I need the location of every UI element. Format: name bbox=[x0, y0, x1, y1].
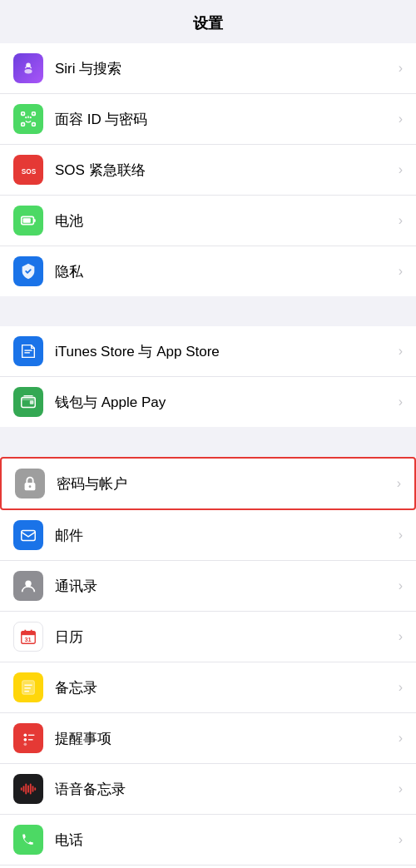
svg-point-20 bbox=[29, 485, 32, 488]
settings-row-phone[interactable]: 电话 › bbox=[0, 815, 416, 866]
chevron-icon: › bbox=[399, 162, 403, 177]
faceid-label: 面容 ID 与密码 bbox=[55, 110, 392, 129]
settings-row-voice[interactable]: 语音备忘录 › bbox=[0, 764, 416, 815]
itunes-label: iTunes Store 与 App Store bbox=[55, 342, 392, 361]
reminders-label: 提醒事项 bbox=[55, 729, 392, 748]
chevron-icon: › bbox=[399, 112, 403, 126]
mail-icon bbox=[13, 520, 43, 550]
svg-rect-4 bbox=[22, 123, 25, 126]
chevron-icon: › bbox=[399, 578, 403, 593]
settings-row-reminders[interactable]: 提醒事项 › bbox=[0, 713, 416, 764]
svg-rect-21 bbox=[22, 531, 36, 541]
svg-point-7 bbox=[30, 117, 32, 118]
voice-icon bbox=[13, 774, 43, 804]
settings-row-faceid[interactable]: 面容 ID 与密码 › bbox=[0, 94, 416, 145]
svg-rect-17 bbox=[30, 400, 34, 404]
svg-rect-39 bbox=[23, 786, 25, 791]
settings-row-contacts[interactable]: 通讯录 › bbox=[0, 561, 416, 612]
svg-rect-43 bbox=[32, 786, 34, 791]
settings-row-itunes[interactable]: iTunes Store 与 App Store › bbox=[0, 326, 416, 377]
phone-label: 电话 bbox=[55, 831, 392, 850]
calendar-label: 日历 bbox=[55, 627, 392, 647]
svg-point-35 bbox=[24, 743, 27, 746]
battery-label: 电池 bbox=[55, 211, 392, 231]
chevron-icon: › bbox=[399, 61, 403, 76]
svg-rect-40 bbox=[25, 784, 27, 795]
settings-row-notes[interactable]: 备忘录 › bbox=[0, 662, 416, 713]
svg-text:31: 31 bbox=[24, 636, 31, 643]
svg-point-33 bbox=[24, 734, 27, 737]
itunes-icon bbox=[13, 336, 43, 366]
chevron-icon: › bbox=[399, 344, 403, 359]
settings-row-mail[interactable]: 邮件 › bbox=[0, 510, 416, 561]
svg-rect-42 bbox=[30, 784, 32, 795]
mail-label: 邮件 bbox=[55, 526, 392, 545]
contacts-icon bbox=[13, 571, 43, 601]
settings-row-siri[interactable]: Siri 与搜索 › bbox=[0, 43, 416, 94]
sos-label: SOS 紧急联络 bbox=[55, 161, 392, 180]
svg-point-34 bbox=[24, 738, 27, 742]
svg-rect-24 bbox=[22, 632, 36, 636]
svg-rect-12 bbox=[23, 218, 31, 223]
settings-row-battery[interactable]: 电池 › bbox=[0, 196, 416, 246]
section-2: iTunes Store 与 App Store › 钱包与 Apple Pay… bbox=[0, 326, 416, 427]
siri-icon bbox=[13, 53, 43, 83]
privacy-label: 隐私 bbox=[55, 262, 392, 281]
siri-label: Siri 与搜索 bbox=[55, 59, 392, 78]
section-1: Siri 与搜索 › 面容 ID 与密码 › SOS SOS 紧急联络 › bbox=[0, 43, 416, 296]
wallet-icon bbox=[13, 387, 43, 417]
settings-row-passwords[interactable]: 密码与帐户 › bbox=[0, 457, 416, 510]
svg-rect-16 bbox=[22, 398, 36, 401]
passwords-label: 密码与帐户 bbox=[57, 474, 390, 494]
sos-icon: SOS bbox=[13, 155, 43, 185]
svg-rect-41 bbox=[27, 785, 29, 792]
chevron-icon: › bbox=[399, 213, 403, 228]
settings-row-wallet[interactable]: 钱包与 Apple Pay › bbox=[0, 377, 416, 427]
passwords-icon bbox=[15, 469, 45, 498]
chevron-icon: › bbox=[399, 781, 403, 796]
chevron-icon: › bbox=[399, 832, 403, 847]
svg-rect-11 bbox=[33, 219, 35, 222]
svg-point-6 bbox=[25, 117, 27, 118]
svg-text:SOS: SOS bbox=[22, 168, 37, 176]
calendar-icon: 31 bbox=[13, 622, 43, 652]
svg-rect-38 bbox=[21, 787, 22, 791]
chevron-icon: › bbox=[399, 680, 403, 695]
notes-label: 备忘录 bbox=[55, 678, 392, 697]
settings-row-privacy[interactable]: 隐私 › bbox=[0, 246, 416, 296]
page-title: 设置 bbox=[0, 0, 416, 43]
faceid-icon bbox=[13, 104, 43, 134]
battery-icon bbox=[13, 206, 43, 236]
svg-point-1 bbox=[24, 69, 32, 74]
notes-icon bbox=[13, 672, 43, 702]
settings-row-calendar[interactable]: 31 日历 › bbox=[0, 612, 416, 662]
section-3: 密码与帐户 › 邮件 › 通讯录 › bbox=[0, 457, 416, 868]
svg-rect-44 bbox=[34, 787, 36, 791]
reminders-icon bbox=[13, 723, 43, 753]
svg-rect-3 bbox=[32, 112, 36, 116]
svg-point-22 bbox=[25, 581, 31, 587]
privacy-icon bbox=[13, 256, 43, 286]
chevron-icon: › bbox=[399, 264, 403, 279]
settings-row-sos[interactable]: SOS SOS 紧急联络 › bbox=[0, 145, 416, 196]
contacts-label: 通讯录 bbox=[55, 577, 392, 596]
svg-rect-2 bbox=[22, 112, 25, 116]
svg-rect-28 bbox=[22, 681, 35, 695]
chevron-icon: › bbox=[399, 731, 403, 746]
voice-label: 语音备忘录 bbox=[55, 780, 392, 799]
phone-icon bbox=[13, 825, 43, 855]
chevron-icon: › bbox=[397, 476, 401, 491]
chevron-icon: › bbox=[399, 394, 403, 409]
chevron-icon: › bbox=[399, 629, 403, 644]
chevron-icon: › bbox=[399, 528, 403, 543]
svg-rect-5 bbox=[32, 123, 36, 126]
wallet-label: 钱包与 Apple Pay bbox=[55, 393, 392, 412]
